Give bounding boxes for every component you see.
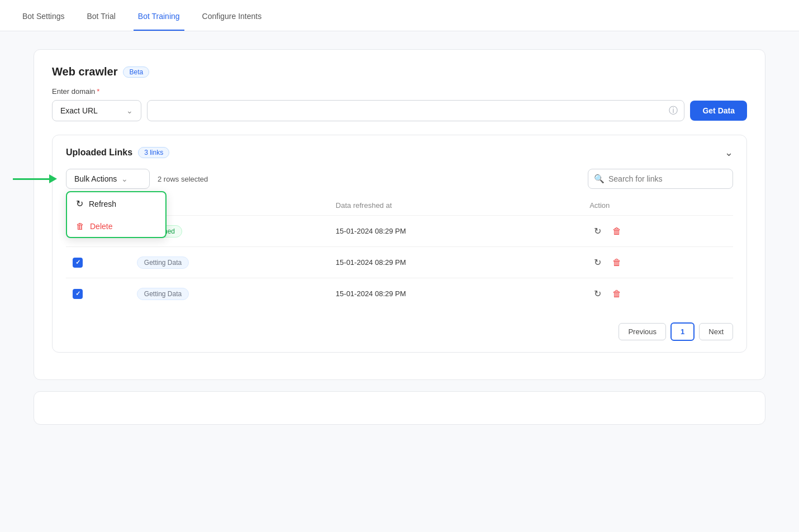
bulk-actions-chevron-icon: ⌄ <box>121 174 128 183</box>
arrow-line <box>13 178 49 180</box>
row-url <box>89 247 130 278</box>
row-refresh-button[interactable]: ↻ <box>589 224 606 239</box>
arrow-head <box>49 174 57 183</box>
refresh-label: Refresh <box>89 200 116 208</box>
url-row: Exact URL ⌄ ⓘ Get Data <box>52 100 747 121</box>
row-checkbox[interactable] <box>73 258 83 268</box>
header-action: Action <box>583 196 733 216</box>
row-url <box>89 278 130 310</box>
info-icon[interactable]: ⓘ <box>669 105 678 117</box>
search-wrap: 🔍 <box>588 169 733 189</box>
required-star: * <box>97 87 99 96</box>
tab-bot-settings[interactable]: Bot Settings <box>18 3 69 31</box>
url-input[interactable] <box>147 100 684 121</box>
url-select-label: Exact URL <box>60 106 98 115</box>
webcrawler-title: Web crawler <box>52 65 117 78</box>
row-delete-button[interactable]: 🗑 <box>608 287 626 301</box>
row-status: Getting Data <box>130 278 329 310</box>
webcrawler-header: Web crawler Beta <box>52 65 747 78</box>
row-actions: ↻ 🗑 <box>583 216 733 247</box>
get-data-button[interactable]: Get Data <box>690 101 747 121</box>
row-checkbox-cell <box>66 278 89 310</box>
dropdown-delete-item[interactable]: 🗑 Delete <box>67 215 165 237</box>
status-badge-getting: Getting Data <box>137 288 189 300</box>
bulk-actions-label: Bulk Actions <box>74 174 117 183</box>
top-navigation: Bot Settings Bot Trial Bot Training Conf… <box>0 0 799 31</box>
bulk-actions-button[interactable]: Bulk Actions ⌄ <box>66 169 150 189</box>
bulk-actions-wrap: Bulk Actions ⌄ ↻ Refresh 🗑 Delete <box>66 169 150 189</box>
url-input-wrap: ⓘ <box>147 100 684 121</box>
uploaded-links-header: Uploaded Links 3 links ⌄ <box>66 146 733 159</box>
dropdown-refresh-item[interactable]: ↻ Refresh <box>67 192 165 215</box>
row-status: Getting Data <box>130 247 329 278</box>
tab-bot-trial[interactable]: Bot Trial <box>83 3 120 31</box>
bulk-actions-dropdown: ↻ Refresh 🗑 Delete <box>66 191 167 238</box>
header-data-refreshed: Data refreshed at <box>329 196 583 216</box>
webcrawler-card: Web crawler Beta Enter domain * Exact UR… <box>34 49 765 380</box>
page-1-button[interactable]: 1 <box>670 322 695 341</box>
pagination: Previous 1 Next <box>66 318 733 341</box>
uploaded-links-card: Uploaded Links 3 links ⌄ Bulk Actions <box>52 135 747 353</box>
tab-configure-intents[interactable]: Configure Intents <box>198 3 267 31</box>
row-delete-button[interactable]: 🗑 <box>608 255 626 270</box>
uploaded-links-title-row: Uploaded Links 3 links <box>66 147 169 158</box>
row-refreshed-at: 15-01-2024 08:29 PM <box>329 216 583 247</box>
row-refresh-button[interactable]: ↻ <box>589 255 606 270</box>
collapse-chevron-icon[interactable]: ⌄ <box>725 146 733 159</box>
rows-selected-label: 2 rows selected <box>158 175 580 183</box>
uploaded-links-title: Uploaded Links <box>66 148 132 158</box>
row-refresh-button[interactable]: ↻ <box>589 286 606 301</box>
row-checkbox[interactable] <box>73 289 83 299</box>
domain-label: Enter domain * <box>52 87 747 96</box>
row-actions: ↻ 🗑 <box>583 278 733 310</box>
links-count-badge: 3 links <box>138 147 169 158</box>
search-input[interactable] <box>588 169 733 189</box>
second-card <box>34 391 765 425</box>
delete-icon: 🗑 <box>76 221 84 231</box>
refresh-icon: ↻ <box>76 198 83 209</box>
next-button[interactable]: Next <box>699 323 733 340</box>
arrow-indicator <box>13 174 57 183</box>
status-badge-getting: Getting Data <box>137 256 189 269</box>
table-row: Getting Data 15-01-2024 08:29 PM ↻ 🗑 <box>66 247 733 278</box>
table-row: Getting Data 15-01-2024 08:29 PM ↻ 🗑 <box>66 278 733 310</box>
url-type-select[interactable]: Exact URL ⌄ <box>52 100 141 121</box>
delete-label: Delete <box>90 222 112 231</box>
row-actions: ↻ 🗑 <box>583 247 733 278</box>
row-refreshed-at: 15-01-2024 08:29 PM <box>329 247 583 278</box>
page-body: Web crawler Beta Enter domain * Exact UR… <box>0 31 799 454</box>
beta-badge: Beta <box>123 66 149 78</box>
search-icon: 🔍 <box>594 174 605 184</box>
previous-button[interactable]: Previous <box>619 323 666 340</box>
row-delete-button[interactable]: 🗑 <box>608 224 626 239</box>
row-refreshed-at: 15-01-2024 08:29 PM <box>329 278 583 310</box>
url-select-chevron: ⌄ <box>126 106 133 115</box>
table-toolbar: Bulk Actions ⌄ ↻ Refresh 🗑 Delete <box>66 169 733 189</box>
tab-bot-training[interactable]: Bot Training <box>134 3 184 31</box>
row-checkbox-cell <box>66 247 89 278</box>
